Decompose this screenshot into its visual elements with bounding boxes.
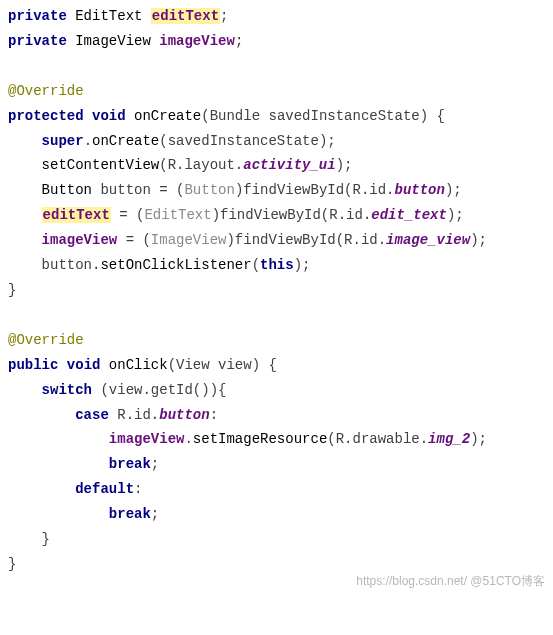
brace-close: } xyxy=(8,282,16,298)
brace-close: } xyxy=(8,556,16,572)
switch-expr: (view.getId()){ xyxy=(92,382,226,398)
mid: )findViewById(R.id. xyxy=(212,207,372,223)
keyword-switch: switch xyxy=(42,382,92,398)
semicolon: ; xyxy=(220,8,228,24)
paren: (R.layout. xyxy=(159,157,243,173)
colon: : xyxy=(210,407,218,423)
keyword-super: super xyxy=(42,133,84,149)
var-button: button xyxy=(100,182,150,198)
code-snippet: private EditText editText; private Image… xyxy=(0,0,553,591)
annotation-override: @Override xyxy=(8,332,84,348)
keyword-void: void xyxy=(92,108,126,124)
case-pre: R.id. xyxy=(109,407,159,423)
keyword-protected: protected xyxy=(8,108,84,124)
cast-imageview: ImageView xyxy=(151,232,227,248)
variable-edittext: editText xyxy=(42,207,111,223)
field-button: button xyxy=(159,407,209,423)
method-setonclicklistener: setOnClickListener xyxy=(100,257,251,273)
keyword-public: public xyxy=(8,357,58,373)
keyword-private: private xyxy=(8,8,67,24)
field-img-2: img_2 xyxy=(428,431,470,447)
eq-paren: = ( xyxy=(151,182,185,198)
end: ); xyxy=(447,207,464,223)
dot: . xyxy=(84,133,92,149)
field-button: button xyxy=(395,182,445,198)
keyword-this: this xyxy=(260,257,294,273)
keyword-case: case xyxy=(75,407,109,423)
field-activity-ui: activity_ui xyxy=(243,157,335,173)
eq-paren: = ( xyxy=(111,207,145,223)
method-setimageresource: setImageResource xyxy=(193,431,327,447)
end: ); xyxy=(445,182,462,198)
method-oncreate: onCreate xyxy=(134,108,201,124)
obj: button. xyxy=(42,257,101,273)
mid: )findViewById(R.id. xyxy=(226,232,386,248)
paren: (R.drawable. xyxy=(327,431,428,447)
annotation-override: @Override xyxy=(8,83,84,99)
method-onclick: onClick xyxy=(109,357,168,373)
code-content: private EditText editText; private Image… xyxy=(8,4,545,577)
end: ); xyxy=(470,232,487,248)
cast-edittext: EditText xyxy=(144,207,211,223)
cast-button: Button xyxy=(184,182,234,198)
method-oncreate: onCreate xyxy=(92,133,159,149)
variable-imageview: imageView xyxy=(109,431,185,447)
type-button: Button xyxy=(42,182,101,198)
semicolon: ; xyxy=(235,33,243,49)
method-setcontentview: setContentView xyxy=(42,157,160,173)
keyword-break: break xyxy=(109,456,151,472)
mid: )findViewById(R.id. xyxy=(235,182,395,198)
paren-close: ); xyxy=(336,157,353,173)
keyword-private: private xyxy=(8,33,67,49)
type-imageview: ImageView xyxy=(75,33,151,49)
paren-open: ( xyxy=(252,257,260,273)
field-image-view: image_view xyxy=(386,232,470,248)
args: (savedInstanceState); xyxy=(159,133,335,149)
type-edittext: EditText xyxy=(75,8,142,24)
variable-edittext: editText xyxy=(151,8,220,24)
dot: . xyxy=(184,431,192,447)
variable-imageview: imageView xyxy=(159,33,235,49)
colon: : xyxy=(134,481,142,497)
paren-close: ); xyxy=(294,257,311,273)
variable-imageview: imageView xyxy=(42,232,118,248)
paren-close: ); xyxy=(470,431,487,447)
params: (View view) { xyxy=(168,357,277,373)
eq-paren: = ( xyxy=(117,232,151,248)
keyword-default: default xyxy=(75,481,134,497)
keyword-break: break xyxy=(109,506,151,522)
keyword-void: void xyxy=(67,357,101,373)
params: (Bundle savedInstanceState) { xyxy=(201,108,445,124)
field-edit-text: edit_text xyxy=(371,207,447,223)
brace-close: } xyxy=(42,531,50,547)
semicolon: ; xyxy=(151,506,159,522)
semicolon: ; xyxy=(151,456,159,472)
